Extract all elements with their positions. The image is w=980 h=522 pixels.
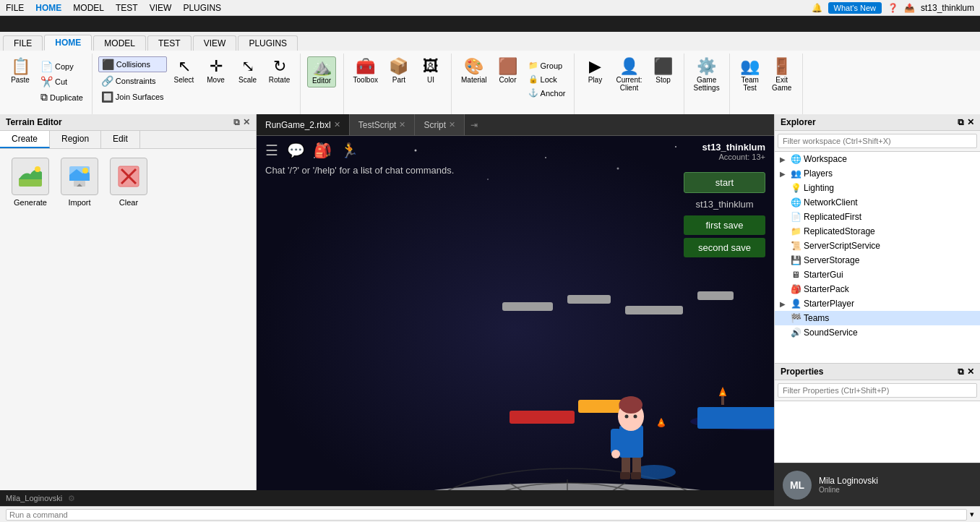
doc-tab-testscript-close[interactable]: ✕ bbox=[399, 120, 405, 129]
menu-plugins[interactable]: PLUGINS bbox=[183, 3, 221, 13]
doc-tab-rungame[interactable]: RunGame_2.rbxl ✕ bbox=[257, 114, 350, 135]
move-button[interactable]: ✛ Move bbox=[202, 56, 231, 104]
doc-tab-script-close[interactable]: ✕ bbox=[449, 120, 455, 129]
replicatedfirst-label: ReplicatedFirst bbox=[804, 212, 977, 222]
tree-item-lighting[interactable]: ▶ 💡 Lighting bbox=[775, 181, 980, 195]
explorer-search-input[interactable] bbox=[778, 134, 977, 148]
teams-arrow: ▶ bbox=[778, 315, 788, 322]
color-button[interactable]: 🟫 Color bbox=[494, 56, 523, 86]
editor-button[interactable]: ⛰️ Editor bbox=[307, 56, 336, 87]
tab-model[interactable]: MODEL bbox=[93, 35, 146, 51]
stop-button[interactable]: ⬛ Stop bbox=[649, 56, 678, 86]
collisions-button[interactable]: ⬛ Collisions bbox=[98, 56, 167, 72]
doc-tab-script-label: Script bbox=[424, 120, 446, 130]
constraints-button[interactable]: 🔗 Constraints bbox=[98, 74, 167, 88]
terrain-tab-region[interactable]: Region bbox=[50, 131, 101, 148]
group-button[interactable]: 📁 Group bbox=[525, 59, 569, 72]
tab-plugins[interactable]: PLUGINS bbox=[238, 35, 298, 51]
terrain-tab-create[interactable]: Create bbox=[0, 131, 50, 148]
clear-tool[interactable]: Clear bbox=[110, 158, 147, 207]
toolbox-button[interactable]: 🧰 Toolbox bbox=[350, 56, 382, 86]
svg-point-1 bbox=[35, 166, 40, 172]
tab-home[interactable]: HOME bbox=[44, 35, 92, 51]
doc-tab-script[interactable]: Script ✕ bbox=[415, 114, 465, 135]
properties-search-input[interactable] bbox=[778, 383, 977, 398]
rotate-button[interactable]: ↻ Rotate bbox=[265, 56, 294, 104]
select-button[interactable]: ↖ Select bbox=[170, 56, 199, 104]
tree-item-startergui[interactable]: ▶ 🖥 StarterGui bbox=[775, 268, 980, 282]
scale-button[interactable]: ⤡ Scale bbox=[233, 56, 262, 104]
hamburger-icon[interactable]: ☰ bbox=[265, 142, 278, 159]
menu-view[interactable]: VIEW bbox=[150, 3, 172, 13]
menu-model[interactable]: MODEL bbox=[73, 3, 104, 13]
terrain-editor-close-btn[interactable]: ✕ bbox=[243, 117, 250, 127]
tree-item-serverstorage[interactable]: ▶ 💾 ServerStorage bbox=[775, 253, 980, 268]
ui-button[interactable]: 🖼 UI bbox=[416, 56, 445, 86]
tree-item-starterplayer[interactable]: ▶ 👤 StarterPlayer bbox=[775, 296, 980, 311]
play-button[interactable]: ▶ Play bbox=[580, 56, 609, 86]
whats-new-button[interactable]: What's New bbox=[828, 2, 882, 14]
toolbox-icon: 🧰 bbox=[356, 59, 375, 74]
chat-bubble-icon[interactable]: 💬 bbox=[287, 142, 305, 159]
tree-item-networkclient[interactable]: ▶ 🌐 NetworkClient bbox=[775, 195, 980, 210]
tree-item-replicatedstorage[interactable]: ▶ 📁 ReplicatedStorage bbox=[775, 224, 980, 239]
terrain-editor-header: Terrain Editor ⧉ ✕ bbox=[0, 114, 256, 131]
tree-item-replicatedfirst[interactable]: ▶ 📄 ReplicatedFirst bbox=[775, 210, 980, 224]
exit-game-label: Exit Game bbox=[772, 76, 791, 92]
join-surfaces-button[interactable]: 🔲 Join Surfaces bbox=[98, 90, 167, 104]
tab-file[interactable]: FILE bbox=[3, 35, 43, 51]
tree-item-soundservice[interactable]: ▶ 🔊 SoundService bbox=[775, 325, 980, 340]
toolbox-label: Toolbox bbox=[353, 76, 378, 84]
terrain-tab-edit[interactable]: Edit bbox=[101, 131, 140, 148]
terrain-editor-float-btn[interactable]: ⧉ bbox=[233, 117, 240, 127]
user-menu[interactable]: st13_thinklum bbox=[921, 3, 974, 13]
menu-file[interactable]: FILE bbox=[6, 3, 24, 13]
explorer-close-btn[interactable]: ✕ bbox=[967, 117, 974, 127]
doc-tab-testscript[interactable]: TestScript ✕ bbox=[350, 114, 416, 135]
tree-item-workspace[interactable]: ▶ 🌐 Workspace bbox=[775, 152, 980, 166]
exit-game-button[interactable]: 🚪 Exit Game bbox=[768, 56, 796, 94]
current-client-button[interactable]: 👤 Current: Client bbox=[612, 56, 645, 94]
menu-home[interactable]: HOME bbox=[35, 3, 61, 13]
doc-tab-rungame-close[interactable]: ✕ bbox=[334, 120, 340, 129]
first-save-button[interactable]: first save bbox=[684, 215, 765, 235]
bottom-user-settings[interactable]: ⚙ bbox=[68, 494, 75, 503]
left-panel: Terrain Editor ⧉ ✕ Create Region Edit bbox=[0, 114, 257, 522]
explorer-controls: ⧉ ✕ bbox=[958, 117, 974, 127]
tab-view[interactable]: VIEW bbox=[193, 35, 237, 51]
stop-icon: ⬛ bbox=[653, 59, 673, 74]
tree-item-teams[interactable]: ▶ 🏁 Teams bbox=[775, 311, 980, 325]
game-settings-button[interactable]: ⚙️ Game Settings bbox=[690, 56, 723, 94]
tree-item-players[interactable]: ▶ 👥 Players bbox=[775, 166, 980, 181]
command-input[interactable] bbox=[6, 509, 967, 521]
character-icon[interactable]: 🏃 bbox=[340, 142, 358, 159]
serverscriptservice-icon: 📜 bbox=[790, 240, 801, 252]
paste-button[interactable]: 📋 Paste bbox=[6, 56, 35, 105]
start-button[interactable]: start bbox=[684, 172, 765, 193]
material-button[interactable]: 🎨 Material bbox=[457, 56, 491, 86]
backpack-icon[interactable]: 🎒 bbox=[314, 142, 332, 159]
anchor-button[interactable]: ⚓ Anchor bbox=[525, 87, 569, 99]
expand-tabs-btn[interactable]: ⇥ bbox=[468, 117, 481, 133]
networkclient-icon: 🌐 bbox=[790, 197, 801, 208]
tree-item-starterpack[interactable]: ▶ 🎒 StarterPack bbox=[775, 282, 980, 296]
tab-test[interactable]: TEST bbox=[147, 35, 192, 51]
lock-button[interactable]: 🔒 Lock bbox=[525, 73, 569, 85]
cmd-dropdown-arrow[interactable]: ▾ bbox=[970, 510, 974, 519]
copy-button[interactable]: 📄 Copy bbox=[38, 59, 86, 74]
team-test-button[interactable]: 👥 Team Test bbox=[736, 56, 765, 94]
generate-tool[interactable]: Generate bbox=[12, 158, 49, 207]
tree-item-serverscriptservice[interactable]: ▶ 📜 ServerScriptService bbox=[775, 239, 980, 253]
properties-close-btn[interactable]: ✕ bbox=[967, 367, 974, 377]
second-save-button[interactable]: second save bbox=[684, 238, 765, 257]
rotate-label: Rotate bbox=[269, 76, 290, 84]
game-scene[interactable]: ☰ 💬 🎒 🏃 Chat '/?' or '/help' for a list … bbox=[257, 136, 774, 522]
explorer-float-btn[interactable]: ⧉ bbox=[958, 117, 964, 127]
cut-button[interactable]: ✂️ Cut bbox=[38, 74, 86, 89]
duplicate-button[interactable]: ⧉ Duplicate bbox=[38, 90, 86, 105]
menu-test[interactable]: TEST bbox=[116, 3, 138, 13]
properties-float-btn[interactable]: ⧉ bbox=[958, 367, 964, 377]
import-tool[interactable]: Import bbox=[61, 158, 98, 207]
svg-rect-39 bbox=[631, 472, 641, 479]
part-button[interactable]: 📦 Part bbox=[384, 56, 413, 86]
